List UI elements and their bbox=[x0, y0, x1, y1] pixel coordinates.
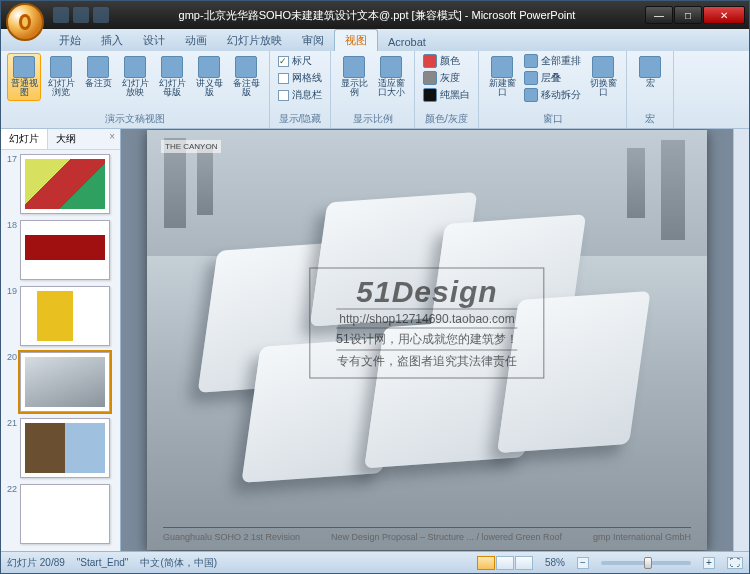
view-1[interactable]: 幻灯片浏览 bbox=[44, 53, 78, 101]
thumb-number: 22 bbox=[3, 484, 17, 494]
thumbnail-row[interactable]: 17 bbox=[3, 154, 118, 214]
zoom-thumb[interactable] bbox=[644, 557, 652, 569]
colormode-纯黑白[interactable]: 纯黑白 bbox=[421, 87, 472, 103]
qat-undo-icon[interactable] bbox=[73, 7, 89, 23]
tab-Acrobat[interactable]: Acrobat bbox=[378, 33, 436, 51]
toggle-消息栏[interactable]: 消息栏 bbox=[276, 87, 324, 103]
window-icon bbox=[524, 71, 538, 85]
thumbnail-row[interactable]: 19 bbox=[3, 286, 118, 346]
color-icon bbox=[423, 54, 437, 68]
sorter-view-icon[interactable] bbox=[496, 556, 514, 570]
slide-thumbnail[interactable] bbox=[20, 154, 110, 214]
zoom-icon bbox=[380, 56, 402, 78]
thumbnail-row[interactable]: 21 bbox=[3, 418, 118, 478]
slides-panel-tabs: 幻灯片 大纲 × bbox=[1, 129, 120, 150]
tab-outline[interactable]: 大纲 bbox=[48, 129, 84, 149]
group-label: 宏 bbox=[633, 111, 667, 126]
zoom-cmd-0[interactable]: 显示比例 bbox=[337, 53, 371, 101]
view-icon bbox=[161, 56, 183, 78]
qat-save-icon[interactable] bbox=[53, 7, 69, 23]
tab-设计[interactable]: 设计 bbox=[133, 30, 175, 51]
slide-thumbnail[interactable] bbox=[20, 418, 110, 478]
macro-icon bbox=[639, 56, 661, 78]
window-icon bbox=[524, 54, 538, 68]
tab-slides[interactable]: 幻灯片 bbox=[1, 129, 48, 149]
quick-access-toolbar bbox=[53, 7, 109, 23]
window-controls: — □ ✕ bbox=[645, 6, 745, 24]
thumb-number: 21 bbox=[3, 418, 17, 428]
slideshow-view-icon[interactable] bbox=[515, 556, 533, 570]
thumb-number: 19 bbox=[3, 286, 17, 296]
toggle-标尺[interactable]: 标尺 bbox=[276, 53, 324, 69]
close-button[interactable]: ✕ bbox=[703, 6, 745, 24]
tab-开始[interactable]: 开始 bbox=[49, 30, 91, 51]
thumb-number: 17 bbox=[3, 154, 17, 164]
close-panel-icon[interactable]: × bbox=[104, 129, 120, 149]
slide-footer: Guanghualu SOHO 2 1st Revision New Desig… bbox=[163, 527, 691, 542]
color-icon bbox=[423, 71, 437, 85]
colormode-颜色[interactable]: 颜色 bbox=[421, 53, 472, 69]
switch-window[interactable]: 切换窗口 bbox=[586, 53, 620, 101]
zoom-slider[interactable] bbox=[601, 561, 691, 565]
new-window[interactable]: 新建窗口 bbox=[485, 53, 519, 101]
view-4[interactable]: 幻灯片母版 bbox=[155, 53, 189, 101]
ribbon-tabs: 开始插入设计动画幻灯片放映审阅视图Acrobat bbox=[1, 29, 749, 51]
normal-view-icon[interactable] bbox=[477, 556, 495, 570]
thumbnail-row[interactable]: 20 bbox=[3, 352, 118, 412]
view-6[interactable]: 备注母版 bbox=[229, 53, 263, 101]
vertical-scrollbar[interactable] bbox=[733, 129, 749, 551]
win-cmd-1[interactable]: 全部重排 bbox=[522, 53, 583, 69]
ribbon-group-window: 新建窗口全部重排层叠移动拆分切换窗口 窗口 bbox=[479, 51, 627, 128]
zoom-in-button[interactable]: + bbox=[703, 557, 715, 569]
slide-thumbnail[interactable] bbox=[20, 352, 110, 412]
macros-button[interactable]: 宏 bbox=[633, 53, 667, 91]
slide-editor[interactable]: THE CANYON 51Design http://shop12714690.… bbox=[121, 129, 733, 551]
zoom-icon bbox=[343, 56, 365, 78]
group-label: 窗口 bbox=[485, 111, 620, 126]
view-icon bbox=[198, 56, 220, 78]
win-cmd-3[interactable]: 移动拆分 bbox=[522, 87, 583, 103]
thumb-number: 18 bbox=[3, 220, 17, 230]
window-icon bbox=[491, 56, 513, 78]
slides-panel: 幻灯片 大纲 × 171819202122 bbox=[1, 129, 121, 551]
fit-window-icon[interactable]: ⛶ bbox=[727, 557, 743, 569]
tab-幻灯片放映[interactable]: 幻灯片放映 bbox=[217, 30, 292, 51]
qat-redo-icon[interactable] bbox=[93, 7, 109, 23]
color-icon bbox=[423, 88, 437, 102]
titlebar[interactable]: gmp-北京光华路SOHO未建建筑设计文本@.ppt [兼容模式] - Micr… bbox=[1, 1, 749, 29]
zoom-out-button[interactable]: − bbox=[577, 557, 589, 569]
slide-canvas[interactable]: THE CANYON 51Design http://shop12714690.… bbox=[147, 130, 707, 550]
tab-审阅[interactable]: 审阅 bbox=[292, 30, 334, 51]
watermark: 51Design http://shop12714690.taobao.com … bbox=[309, 268, 544, 379]
ribbon-group-macros: 宏 宏 bbox=[627, 51, 674, 128]
thumbnails-list[interactable]: 171819202122 bbox=[1, 150, 120, 551]
toggle-网格线[interactable]: 网格线 bbox=[276, 70, 324, 86]
office-button[interactable] bbox=[6, 3, 44, 41]
workspace: 幻灯片 大纲 × 171819202122 THE CANYON bbox=[1, 129, 749, 551]
colormode-灰度[interactable]: 灰度 bbox=[421, 70, 472, 86]
minimize-button[interactable]: — bbox=[645, 6, 673, 24]
tab-插入[interactable]: 插入 bbox=[91, 30, 133, 51]
zoom-cmd-1[interactable]: 适应窗口大小 bbox=[374, 53, 408, 101]
zoom-percent[interactable]: 58% bbox=[545, 557, 565, 568]
slide-thumbnail[interactable] bbox=[20, 484, 110, 544]
view-3[interactable]: 幻灯片放映 bbox=[118, 53, 152, 101]
view-icon bbox=[124, 56, 146, 78]
view-5[interactable]: 讲义母版 bbox=[192, 53, 226, 101]
view-0[interactable]: 普通视图 bbox=[7, 53, 41, 101]
footer-center: New Design Proposal – Structure ... / lo… bbox=[331, 532, 562, 542]
thumbnail-row[interactable]: 18 bbox=[3, 220, 118, 280]
slide-thumbnail[interactable] bbox=[20, 220, 110, 280]
thumbnail-row[interactable]: 22 bbox=[3, 484, 118, 544]
language-status[interactable]: 中文(简体，中国) bbox=[140, 556, 217, 570]
ribbon-group-color: 颜色灰度纯黑白 颜色/灰度 bbox=[415, 51, 479, 128]
maximize-button[interactable]: □ bbox=[674, 6, 702, 24]
tab-动画[interactable]: 动画 bbox=[175, 30, 217, 51]
view-2[interactable]: 备注页 bbox=[81, 53, 115, 91]
win-cmd-2[interactable]: 层叠 bbox=[522, 70, 583, 86]
tab-视图[interactable]: 视图 bbox=[334, 29, 378, 51]
slide-thumbnail[interactable] bbox=[20, 286, 110, 346]
switch-icon bbox=[592, 56, 614, 78]
watermark-line1: 51设计网，用心成就您的建筑梦！ bbox=[336, 328, 517, 350]
theme-name: "Start_End" bbox=[77, 557, 129, 568]
